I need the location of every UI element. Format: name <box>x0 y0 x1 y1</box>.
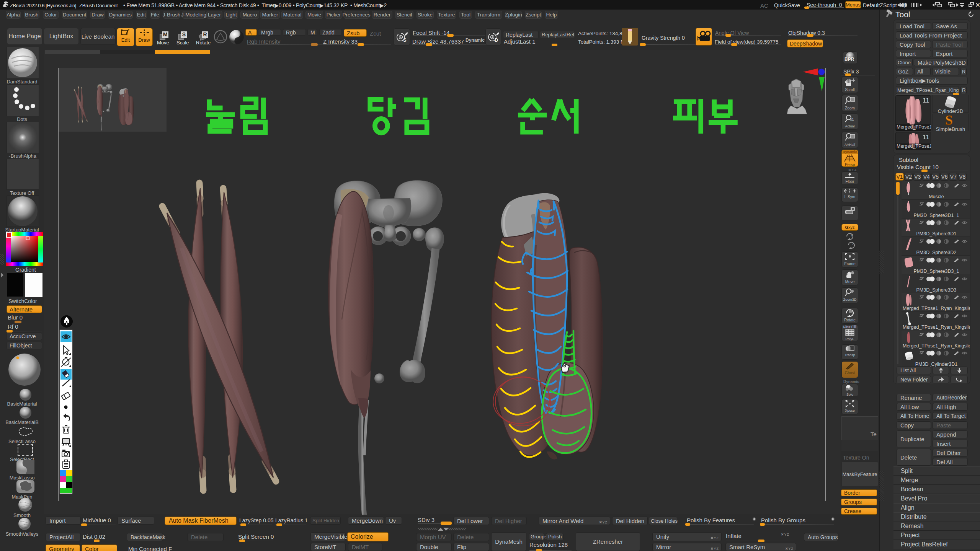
svg-text:Y: Y <box>851 233 853 237</box>
svg-text:D: D <box>495 37 498 43</box>
svg-text:S: S <box>945 114 953 126</box>
svg-text:x1: x1 <box>850 117 854 121</box>
svg-text:S: S <box>403 37 407 43</box>
svg-text:Z: Z <box>852 242 854 246</box>
